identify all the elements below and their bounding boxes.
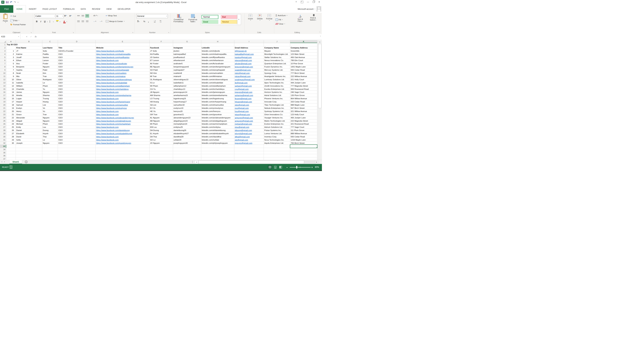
cell-D23[interactable]: CEO [58, 113, 96, 116]
cell-H11[interactable]: linkedin.com/Mi/miatran [201, 75, 234, 78]
cell-G11[interactable]: miatran9 [173, 75, 201, 78]
center-button[interactable] [81, 20, 85, 23]
cell-J35[interactable] [264, 151, 290, 154]
cell-I20[interactable]: slee@gmail.com [234, 103, 264, 107]
cell-A4[interactable]: 2 [6, 53, 16, 56]
cell-J37[interactable] [264, 157, 290, 160]
middle-align-button[interactable] [81, 14, 85, 18]
row-header-25[interactable]: 25 [0, 119, 6, 123]
zoom-level[interactable]: 80% [315, 166, 319, 168]
cell-F6[interactable]: ET Larson [150, 59, 173, 62]
cell-B17[interactable]: Amelia [16, 94, 42, 97]
row-header-27[interactable]: 27 [0, 126, 6, 129]
row-header-5[interactable]: 5 [0, 56, 6, 59]
delete-cells-button[interactable]: ✕ Delete▾ [256, 14, 264, 21]
cell-C19[interactable]: Hoang [42, 100, 58, 103]
cell-E19[interactable]: https://www.facebook.com/harperhoang [96, 100, 150, 103]
cell-D16[interactable]: CEO [58, 91, 96, 94]
borders-options-icon[interactable]: ▾ [53, 21, 54, 23]
row-header-35[interactable]: 35 [0, 151, 6, 154]
cell-I32[interactable]: jnguyen@gmail.com [234, 141, 264, 145]
cell-I18[interactable]: ltruong@gmail.com [234, 97, 264, 100]
column-header-A[interactable]: A [6, 40, 16, 43]
cell-K20[interactable]: 888 Maple Lane [290, 103, 317, 107]
cell-K23[interactable]: 123 Holly Court [290, 113, 317, 116]
zoom-slider-thumb[interactable] [296, 166, 297, 168]
cell-C4[interactable]: Padilla [42, 53, 58, 56]
scroll-left-icon[interactable]: ◄ [195, 160, 198, 164]
cell-F5[interactable]: JO Santos [150, 56, 173, 59]
cell-A31[interactable]: 29 [6, 138, 16, 141]
cell-J34[interactable] [264, 148, 290, 151]
percent-style-button[interactable]: % [143, 20, 145, 23]
cell-B31[interactable]: Sofia [16, 138, 42, 141]
cell-H2[interactable]: LinkedIn [201, 46, 234, 49]
cell-A26[interactable]: 24 [6, 123, 16, 126]
cell-I28[interactable]: dduong@gmail.com [234, 129, 264, 132]
cell-E27[interactable]: https://www.facebook.com [96, 126, 150, 129]
bottom-align-button[interactable] [85, 14, 89, 18]
cell-B15[interactable]: Charlotte [16, 88, 42, 91]
cell-D22[interactable]: CEO [58, 110, 96, 113]
cell-K19[interactable]: 333 Cedar Road [290, 100, 317, 103]
cell-J30[interactable]: Inventus Corp. [264, 135, 290, 138]
column-header-J[interactable]: J [264, 40, 290, 43]
cell-A32[interactable]: 30 [6, 141, 16, 145]
zoom-slider-track[interactable] [290, 167, 311, 167]
cell-C17[interactable]: Sharma [42, 94, 58, 97]
cell-A10[interactable]: 8 [6, 72, 16, 75]
name-box[interactable]: K33▾ [0, 34, 20, 39]
cell-I35[interactable] [234, 151, 264, 154]
cell-D26[interactable]: CEO [58, 123, 96, 126]
cell-B7[interactable]: Ava [16, 62, 42, 65]
accounting-format-button[interactable]: $▾ [137, 20, 140, 23]
cell-B37[interactable] [16, 157, 42, 160]
cell-K15[interactable]: 999 Rosewood Road [290, 88, 317, 91]
cell-B36[interactable] [16, 154, 42, 157]
cell-H36[interactable] [201, 154, 234, 157]
copy-button[interactable]: Copy▾ [10, 19, 19, 22]
row-header-3[interactable]: 3 [0, 49, 6, 53]
row-header-11[interactable]: 11 [0, 75, 6, 78]
cell-J12[interactable]: Luminary Solutions Ltd. [264, 78, 290, 81]
cell-K30[interactable]: 555 Cedar Road [290, 135, 317, 138]
horizontal-scrollbar[interactable] [198, 160, 315, 164]
cell-H7[interactable]: linkedin.com/Av/avafoster [201, 62, 234, 65]
cell-J13[interactable]: Apex Technologies Inc. [264, 81, 290, 84]
cell-E18[interactable]: https://www.facebook.com [96, 97, 150, 100]
cell-B18[interactable]: Logan [16, 97, 42, 100]
cell-J10[interactable]: Synergy Corp. [264, 72, 290, 75]
cell-G32[interactable]: josephnguyen30 [173, 141, 201, 145]
cell-H8[interactable]: linkedin.com/am/benjaminnguyen [201, 65, 234, 68]
row-header-31[interactable]: 31 [0, 138, 6, 141]
format-as-table-button[interactable]: Format as Table▾ [186, 14, 200, 29]
cell-I25[interactable]: anguyen@gmail.com [234, 119, 264, 123]
save-icon[interactable] [6, 1, 8, 3]
cell-G28[interactable]: danielduong26 [173, 129, 201, 132]
cell-D24[interactable]: CEO [58, 116, 96, 119]
cell-A34[interactable] [6, 148, 16, 151]
fill-button[interactable]: ↓ Fill▾ [276, 19, 283, 21]
normal-view-button[interactable] [268, 165, 272, 169]
cell-A7[interactable]: 5 [6, 62, 16, 65]
font-name-select[interactable]: Calibri▾ [34, 14, 56, 18]
cell-A1[interactable]: Top 30 CEO [6, 43, 16, 46]
cell-G3[interactable]: jtsolis1 [173, 49, 201, 53]
cell-I17[interactable]: asharma@gmail.com [234, 94, 264, 97]
cell-F20[interactable]: SA Lee [150, 103, 173, 107]
orientation-button[interactable]: ab↗▾ [93, 15, 98, 17]
cell-F33[interactable] [150, 145, 173, 148]
cell-D29[interactable]: CEO [58, 132, 96, 135]
scroll-up-icon[interactable]: ▲ [318, 41, 322, 43]
cell-F3[interactable]: JT Solis [150, 49, 173, 53]
cell-G4[interactable]: katrinepadilla2 [173, 53, 201, 56]
cell-D32[interactable]: CEO [58, 141, 96, 145]
customize-qat-icon[interactable]: ▾ [18, 2, 18, 3]
cell-C24[interactable]: Nguyen [42, 116, 58, 119]
redo-icon[interactable]: ↷ [14, 1, 16, 3]
cell-A14[interactable]: 12 [6, 84, 16, 88]
cell-D35[interactable] [58, 151, 96, 154]
borders-button[interactable] [50, 21, 50, 23]
cell-E22[interactable]: https://www.facebook.com [96, 110, 150, 113]
cell-K36[interactable] [290, 154, 317, 157]
